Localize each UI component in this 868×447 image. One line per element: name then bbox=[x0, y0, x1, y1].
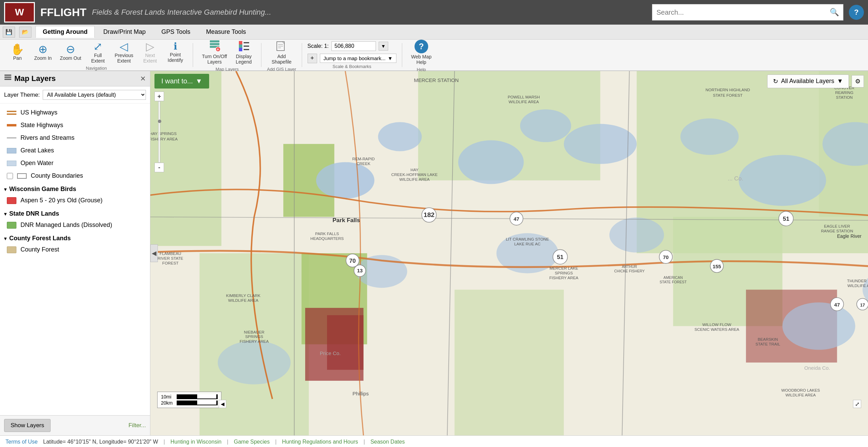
search-input[interactable] bbox=[656, 9, 830, 16]
help-group: ? Web MapHelp Help bbox=[408, 38, 435, 72]
tab-gps-tools[interactable]: GPS Tools bbox=[154, 26, 198, 38]
svg-text:WILDLIFE AREA: WILDLIFE AREA bbox=[228, 298, 259, 302]
svg-text:47: 47 bbox=[834, 302, 840, 308]
svg-text:THUNDER LAKE: THUNDER LAKE bbox=[847, 279, 868, 283]
expand-map-button[interactable]: ⤢ bbox=[853, 400, 861, 408]
legend-icon bbox=[238, 40, 250, 53]
save-button[interactable]: 💾 bbox=[3, 27, 15, 38]
sidebar-layers-icon bbox=[4, 74, 12, 83]
layer-label-great-lakes: Great Lakes bbox=[21, 147, 54, 154]
map-svg: 182 70 47 13 51 70 51 155 47 17 bbox=[150, 71, 868, 435]
layer-icon-county-forest bbox=[7, 246, 16, 253]
collapse-arrow-map[interactable]: ◀ bbox=[219, 400, 226, 408]
list-item: Aspen 5 - 20 yrs Old (Grouse) bbox=[0, 194, 150, 207]
svg-text:RANGE STATION: RANGE STATION bbox=[821, 229, 853, 233]
main-area: Map Layers ✕ Layer Theme: All Available … bbox=[0, 71, 868, 435]
map-settings-button[interactable]: ⚙ bbox=[852, 75, 864, 87]
bookmark-chevron-icon: ▼ bbox=[388, 55, 393, 61]
tab-getting-around[interactable]: Getting Around bbox=[36, 26, 95, 38]
svg-rect-25 bbox=[455, 290, 564, 435]
regulations-link[interactable]: Hunting Regulations and Hours bbox=[282, 439, 358, 445]
layer-icon-rivers bbox=[7, 137, 16, 138]
layer-label-county-boundaries: County Boundaries bbox=[31, 172, 83, 179]
pan-button[interactable]: ✋ Pan bbox=[5, 42, 29, 62]
scale-input[interactable] bbox=[331, 41, 376, 51]
add-bookmark-button[interactable]: + bbox=[308, 54, 317, 63]
svg-rect-0 bbox=[210, 40, 219, 42]
show-layers-button[interactable]: Show Layers bbox=[4, 419, 51, 432]
sidebar-layers: US Highways State Highways Rivers and St… bbox=[0, 104, 150, 415]
open-button[interactable]: 📂 bbox=[19, 27, 31, 38]
zoom-in-map-button[interactable]: + bbox=[154, 92, 164, 101]
logo-letter: W bbox=[15, 7, 24, 18]
turn-on-off-button[interactable]: + Turn On/OffLayers bbox=[199, 38, 230, 66]
zoom-in-icon: ⊕ bbox=[38, 44, 48, 55]
previous-icon: ◁ bbox=[120, 41, 128, 52]
next-extent-button[interactable]: ▷ NextExtent bbox=[138, 40, 162, 65]
svg-text:MERCER STATION: MERCER STATION bbox=[414, 77, 459, 83]
svg-point-36 bbox=[564, 124, 637, 164]
svg-text:70: 70 bbox=[663, 254, 669, 260]
county-forest-toggle[interactable]: ▾ bbox=[4, 236, 6, 241]
zoom-out-button[interactable]: ⊖ Zoom Out bbox=[56, 42, 84, 62]
game-species-link[interactable]: Game Species bbox=[234, 439, 270, 445]
i-want-to-button[interactable]: I want to... ▼ bbox=[154, 74, 209, 89]
season-dates-link[interactable]: Season Dates bbox=[370, 439, 405, 445]
status-bar: Terms of Use Latitude= 46°10'15" N, Long… bbox=[0, 435, 868, 447]
previous-extent-button[interactable]: ◁ PreviousExtent bbox=[111, 40, 137, 65]
svg-text:Phillips: Phillips bbox=[353, 391, 369, 396]
separator-4 bbox=[402, 43, 402, 67]
map-wrapper: 182 70 47 13 51 70 51 155 47 17 bbox=[150, 71, 868, 435]
svg-text:FISHERY AREA: FISHERY AREA bbox=[240, 339, 269, 343]
separator-3 bbox=[302, 43, 302, 67]
layer-label-open-water: Open Water bbox=[21, 160, 53, 167]
all-layers-chevron-icon: ▼ bbox=[837, 78, 843, 85]
i-want-to-chevron-icon: ▼ bbox=[195, 77, 202, 85]
sidebar-collapse-button[interactable]: ◀ bbox=[150, 244, 158, 262]
hunting-in-wisconsin-link[interactable]: Hunting in Wisconsin bbox=[171, 439, 221, 445]
scale-bookmarks-group: Scale: 1: ▼ + Jump to a map bookmark... … bbox=[308, 41, 397, 69]
web-map-help-button[interactable]: ? Web MapHelp bbox=[408, 38, 435, 66]
layer-label-dnr: DNR Managed Lands (Dissolved) bbox=[21, 221, 112, 229]
svg-text:155: 155 bbox=[713, 263, 721, 269]
zoom-slider-thumb[interactable] bbox=[158, 120, 161, 123]
svg-text:WILDLIFE AREA: WILDLIFE AREA bbox=[399, 177, 430, 181]
scale-dropdown-button[interactable]: ▼ bbox=[379, 42, 388, 51]
layer-theme-select[interactable]: All Available Layers (default) bbox=[43, 90, 146, 100]
map-canvas[interactable]: 182 70 47 13 51 70 51 155 47 17 bbox=[150, 71, 868, 435]
bookmark-dropdown-button[interactable]: Jump to a map bookmark... ▼ bbox=[320, 54, 397, 63]
sidebar-close-button[interactable]: ✕ bbox=[140, 74, 146, 83]
point-identify-button[interactable]: ℹ PointIdentify bbox=[163, 40, 187, 64]
svg-text:HEADQUARTERS: HEADQUARTERS bbox=[310, 236, 344, 241]
filter-link[interactable]: Filter... bbox=[128, 422, 146, 429]
terms-of-use-link[interactable]: Terms of Use bbox=[5, 439, 38, 445]
add-shapefile-button[interactable]: AddShapefile bbox=[268, 38, 295, 66]
tab-measure-tools[interactable]: Measure Tools bbox=[199, 26, 253, 38]
svg-text:13: 13 bbox=[357, 268, 363, 273]
app-subtitle: Fields & Forest Lands Interactive Gamebi… bbox=[92, 8, 647, 17]
tab-draw-print-map[interactable]: Draw/Print Map bbox=[96, 26, 153, 38]
zoom-controls: + - bbox=[154, 92, 164, 172]
svg-rect-17 bbox=[4, 77, 11, 78]
status-left: Terms of Use Latitude= 46°10'15" N, Long… bbox=[5, 439, 405, 445]
display-legend-button[interactable]: DisplayLegend bbox=[232, 38, 256, 66]
section-header-game-birds: ▾ Wisconsin Game Birds bbox=[0, 182, 150, 194]
svg-text:CREEK-HOFFMAN LAKE: CREEK-HOFFMAN LAKE bbox=[391, 172, 438, 177]
layer-icon-open-water bbox=[7, 161, 16, 166]
dnr-lands-toggle[interactable]: ▾ bbox=[4, 211, 6, 217]
svg-text:WILDLIFE AREA: WILDLIFE AREA bbox=[847, 283, 868, 288]
scale-ruler-mi bbox=[177, 394, 218, 399]
svg-text:Eagle River: Eagle River bbox=[837, 233, 862, 239]
scale-bar-inner: 10mi 20km bbox=[161, 394, 218, 406]
search-icon[interactable]: 🔍 bbox=[830, 8, 839, 17]
county-boundaries-checkbox[interactable] bbox=[7, 173, 13, 179]
svg-text:EAGLE LIVER: EAGLE LIVER bbox=[824, 224, 850, 228]
all-layers-button[interactable]: ↻ All Available Layers ▼ bbox=[767, 74, 849, 88]
svg-text:Park Falls: Park Falls bbox=[333, 217, 360, 224]
zoom-out-map-button[interactable]: - bbox=[154, 163, 164, 172]
svg-text:BEARSKIN: BEARSKIN bbox=[758, 337, 778, 341]
zoom-in-button[interactable]: ⊕ Zoom In bbox=[31, 42, 55, 62]
full-extent-button[interactable]: ⤢ FullExtent bbox=[86, 40, 110, 65]
header-help-button[interactable]: ? bbox=[849, 5, 864, 20]
game-birds-toggle[interactable]: ▾ bbox=[4, 187, 6, 192]
